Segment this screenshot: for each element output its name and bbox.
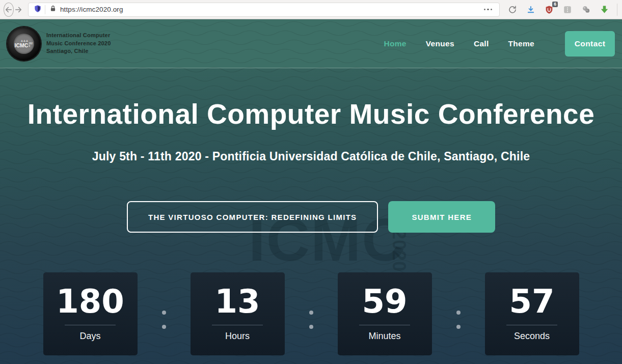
tracking-protection-shield-icon[interactable] [34,5,42,15]
toolbar-icon-cluster: 6 [506,3,622,16]
refresh-button[interactable] [506,3,519,16]
page-content: ▲▲▲ ICMC 2020 International Computer Mus… [0,19,622,364]
contact-button[interactable]: Contact [565,31,615,57]
cookies-icon [581,5,591,14]
countdown-hours-value: 13 [191,285,285,318]
countdown-minutes: 59 Minutes [338,272,432,355]
logo-text: ICMC [15,42,29,48]
nav-link-home[interactable]: Home [384,39,407,48]
ublock-badge: 6 [552,2,558,7]
back-icon [4,5,13,14]
cta-row: THE VIRTUOSO COMPUTER: REDEFINING LIMITS… [0,201,622,233]
countdown-timer: 180 Days 13 Hours 59 Minutes [0,272,622,355]
nav-link-call[interactable]: Call [474,39,489,48]
countdown-divider [65,325,116,325]
lock-icon [49,5,57,14]
watermark-year: 2020 [388,229,410,272]
brand-line-3: Santiago, Chile [46,47,111,55]
countdown-minutes-label: Minutes [338,331,432,342]
refresh-icon [508,5,517,14]
green-download-arrow-icon [600,5,609,14]
countdown-colon [285,272,338,355]
hero-section: ICMC 2020 International Computer Music C… [0,68,622,364]
extension-button[interactable] [561,3,574,16]
brand-line-2: Music Conference 2020 [46,40,111,48]
nav-link-venues[interactable]: Venues [426,39,454,48]
countdown-seconds-value: 57 [485,285,579,318]
download-manager-button[interactable] [524,3,537,16]
countdown-seconds: 57 Seconds [485,272,579,355]
countdown-divider [359,325,410,325]
urlbar-divider [45,5,45,14]
ublock-extension-button[interactable]: 6 [543,3,556,16]
extension-icon [563,5,572,14]
countdown-divider [506,325,557,325]
video-download-extension-button[interactable] [598,3,611,16]
conference-dates-subtitle: July 5th - 11th 2020 - Pontificia Univer… [0,150,622,163]
cookies-extension-button[interactable] [579,3,592,16]
site-header: ▲▲▲ ICMC 2020 International Computer Mus… [0,19,622,68]
forward-icon [14,5,23,14]
icmc-logo-icon: ▲▲▲ ICMC 2020 [7,27,41,61]
back-button[interactable] [4,3,14,17]
download-icon [526,5,535,14]
url-text[interactable]: https://icmc2020.org [60,6,482,13]
countdown-colon [432,272,485,355]
page-actions-icon[interactable] [482,6,495,14]
countdown-days-label: Days [43,331,138,342]
countdown-days: 180 Days [43,272,138,355]
countdown-hours: 13 Hours [191,272,285,355]
logo-year: 2020 [29,43,33,47]
countdown-days-value: 180 [43,285,138,318]
url-bar[interactable]: https://icmc2020.org [28,3,500,17]
browser-toolbar: https://icmc2020.org 6 [0,0,622,19]
browser-window: https://icmc2020.org 6 [0,0,622,364]
countdown-minutes-value: 59 [338,285,432,318]
site-logo[interactable]: ▲▲▲ ICMC 2020 International Computer Mus… [7,27,111,61]
forward-button[interactable] [14,2,23,17]
countdown-hours-label: Hours [191,331,285,342]
nav-link-theme[interactable]: Theme [508,39,534,48]
countdown-divider [212,325,263,325]
brand-text: International Computer Music Conference … [46,32,111,55]
submit-here-button[interactable]: SUBMIT HERE [388,201,495,233]
brand-line-1: International Computer [46,32,111,40]
countdown-seconds-label: Seconds [485,331,579,342]
countdown-colon [138,272,191,355]
theme-button[interactable]: THE VIRTUOSO COMPUTER: REDEFINING LIMITS [127,201,378,233]
page-title: International Computer Music Conference [0,68,622,130]
main-navigation: Home Venues Call Theme Contact [384,31,615,57]
toolbar-divider [617,4,617,16]
